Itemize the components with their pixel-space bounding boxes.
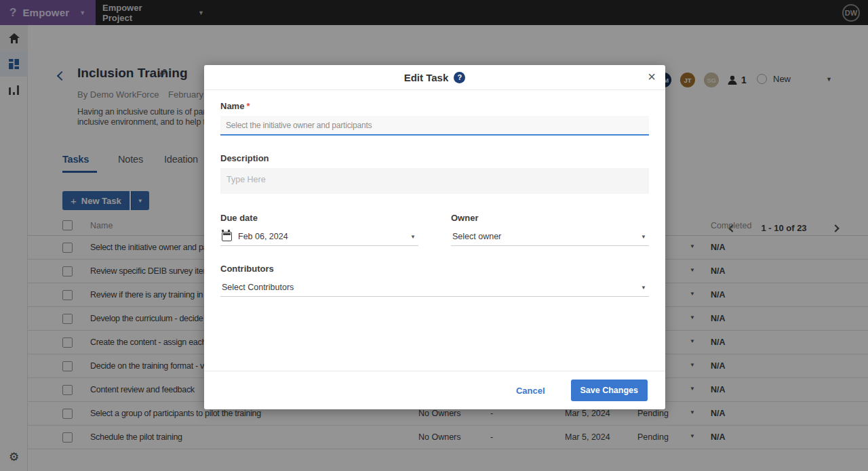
owner-select-value: Select owner <box>452 232 501 241</box>
modal-title: Edit Task <box>404 72 449 83</box>
chevron-down-icon: ▼ <box>641 285 646 291</box>
due-date-picker[interactable]: Feb 06, 2024 ▼ <box>220 228 418 246</box>
chevron-down-icon: ▼ <box>410 234 416 240</box>
due-date-value: Feb 06, 2024 <box>238 232 288 241</box>
task-name-input[interactable] <box>220 116 649 136</box>
contributors-select[interactable]: Select Contributors ▼ <box>220 279 649 297</box>
owner-label: Owner <box>451 213 649 223</box>
required-asterisk: * <box>246 101 250 111</box>
description-label: Description <box>220 153 649 163</box>
modal-body: Name* Description Due date Feb 06, 2024 … <box>204 90 665 297</box>
description-textarea[interactable] <box>220 168 649 194</box>
due-date-label: Due date <box>220 213 418 223</box>
close-icon[interactable]: × <box>648 69 656 85</box>
modal-header: Edit Task ? × <box>204 65 665 90</box>
contributors-select-value: Select Contributors <box>222 283 294 292</box>
contributors-label: Contributors <box>220 264 649 274</box>
edit-task-modal: Edit Task ? × Name* Description Due date… <box>204 65 665 409</box>
help-icon[interactable]: ? <box>454 72 465 83</box>
cancel-button[interactable]: Cancel <box>516 386 545 396</box>
modal-footer: Cancel Save Changes <box>204 371 665 409</box>
chevron-down-icon: ▼ <box>641 234 646 240</box>
save-changes-button[interactable]: Save Changes <box>571 380 648 401</box>
name-label: Name* <box>220 101 649 111</box>
owner-select[interactable]: Select owner ▼ <box>451 228 649 246</box>
calendar-icon <box>222 232 232 241</box>
